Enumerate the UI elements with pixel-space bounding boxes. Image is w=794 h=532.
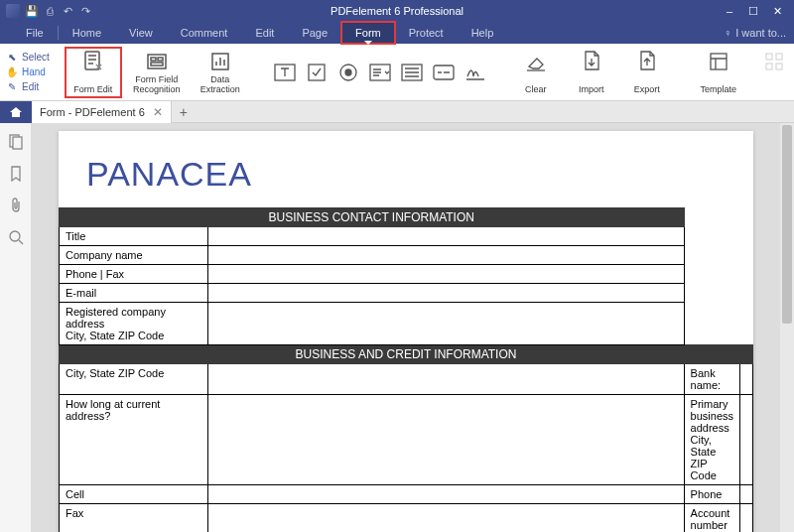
svg-rect-16: [766, 64, 772, 69]
combobox-tool[interactable]: [367, 60, 393, 85]
svg-rect-13: [711, 54, 727, 69]
svg-point-9: [345, 69, 351, 75]
svg-rect-7: [309, 65, 325, 80]
document-area[interactable]: PANACEA BUSINESS CONTACT INFORMATIONTitl…: [32, 123, 780, 532]
menu-comment[interactable]: Comment: [167, 22, 242, 44]
menu-help[interactable]: Help: [458, 22, 508, 44]
svg-rect-17: [776, 64, 782, 69]
signature-tool[interactable]: [463, 60, 488, 85]
thumbnails-icon[interactable]: [7, 133, 25, 151]
redo-icon[interactable]: ↷: [79, 5, 91, 17]
hand-tool[interactable]: ✋Hand: [6, 66, 50, 78]
form-field[interactable]: [208, 284, 685, 303]
menu-form[interactable]: Form: [341, 22, 395, 44]
template-icon: [707, 50, 730, 73]
template-button[interactable]: Template: [695, 48, 742, 97]
svg-rect-4: [151, 63, 163, 66]
form-edit-button[interactable]: Form Edit: [66, 48, 121, 97]
close-tab-button[interactable]: ✕: [153, 105, 163, 119]
import-button[interactable]: Import: [568, 48, 615, 97]
bulb-icon: ♀: [724, 27, 731, 39]
menubar: File Home View Comment Edit Page Form Pr…: [0, 22, 794, 44]
export-icon: [635, 50, 659, 73]
form-edit-icon: [81, 50, 105, 73]
form-field-recognition-button[interactable]: Form Field Recognition: [129, 48, 185, 97]
form-field[interactable]: [739, 504, 752, 533]
scroll-thumb[interactable]: [782, 125, 792, 324]
radio-tool[interactable]: [335, 60, 361, 85]
menu-view[interactable]: View: [115, 22, 167, 44]
app-title: PDFelement 6 Professional: [331, 5, 463, 17]
menu-edit[interactable]: Edit: [241, 22, 288, 44]
document-tab[interactable]: Form - PDFelement 6 ✕: [32, 101, 172, 123]
edit-tool[interactable]: ✎Edit: [6, 81, 50, 93]
form-recognition-icon: [145, 50, 169, 73]
form-field[interactable]: [208, 485, 685, 504]
maximize-button[interactable]: ☐: [742, 2, 764, 20]
checkbox-tool[interactable]: [304, 60, 330, 85]
svg-rect-1: [148, 55, 166, 68]
menu-home[interactable]: Home: [59, 22, 115, 44]
form-label: How long at current address?: [60, 395, 208, 485]
tabbar: Form - PDFelement 6 ✕ +: [0, 101, 794, 123]
form-field[interactable]: [208, 303, 685, 345]
menu-page[interactable]: Page: [288, 22, 341, 44]
svg-rect-19: [13, 137, 22, 149]
search-icon[interactable]: [7, 228, 25, 246]
form-field[interactable]: [739, 364, 752, 395]
form-label: Company name: [60, 246, 208, 265]
export-button[interactable]: Export: [623, 48, 671, 97]
add-tab-button[interactable]: +: [172, 104, 196, 120]
bookmarks-icon[interactable]: [7, 165, 25, 183]
data-extraction-button[interactable]: Data Extraction: [193, 48, 248, 97]
eraser-icon: [524, 50, 548, 73]
document-tab-label: Form - PDFelement 6: [40, 106, 145, 118]
table-row: Company name: [60, 246, 753, 265]
hand-icon: ✋: [6, 66, 18, 78]
menu-file[interactable]: File: [12, 22, 58, 44]
attachments-icon[interactable]: [7, 197, 25, 214]
form-field[interactable]: [739, 395, 752, 485]
svg-point-20: [10, 231, 20, 241]
cursor-icon: ⬉: [6, 52, 18, 64]
form-field[interactable]: [739, 485, 752, 504]
form-field[interactable]: [208, 227, 685, 246]
form-field[interactable]: [208, 504, 685, 533]
form-field[interactable]: [208, 265, 685, 284]
select-tool[interactable]: ⬉Select: [6, 52, 50, 64]
vertical-scrollbar[interactable]: [780, 123, 794, 532]
form-field[interactable]: [208, 395, 685, 485]
menu-protect[interactable]: Protect: [395, 22, 458, 44]
svg-rect-2: [151, 58, 156, 61]
more-tools-button[interactable]: [750, 48, 794, 97]
close-button[interactable]: ✕: [766, 2, 788, 20]
table-row: How long at current address?Primary busi…: [60, 395, 753, 485]
text-field-tool[interactable]: [272, 60, 298, 85]
undo-icon[interactable]: ↶: [62, 5, 73, 17]
section-header: BUSINESS AND CREDIT INFORMATION: [60, 345, 753, 364]
form-label: Phone | Fax: [60, 265, 208, 284]
listbox-tool[interactable]: [399, 60, 425, 85]
minimize-button[interactable]: –: [719, 2, 740, 20]
form-label: Bank name:: [684, 364, 739, 395]
svg-rect-3: [158, 58, 163, 61]
form-field[interactable]: [208, 246, 685, 265]
form-field[interactable]: [208, 364, 685, 395]
print-icon[interactable]: ⎙: [44, 5, 56, 17]
section-header: BUSINESS CONTACT INFORMATION: [60, 208, 685, 227]
i-want-to[interactable]: ♀ I want to...: [724, 22, 794, 44]
ribbon-left-tools: ⬉Select ✋Hand ✎Edit: [0, 44, 50, 100]
table-row: City, State ZIP CodeBank name:: [60, 364, 753, 395]
titlebar: 💾 ⎙ ↶ ↷ PDFelement 6 Professional – ☐ ✕: [0, 0, 794, 22]
form-table: BUSINESS CONTACT INFORMATIONTitleCompany…: [59, 207, 753, 532]
form-label: E-mail: [60, 284, 208, 303]
button-tool[interactable]: [431, 60, 457, 85]
form-label: Phone: [684, 485, 739, 504]
home-tab-button[interactable]: [0, 101, 32, 123]
table-row: E-mail: [60, 284, 753, 303]
form-label: Cell: [60, 485, 208, 504]
clear-button[interactable]: Clear: [512, 48, 560, 97]
workspace: PANACEA BUSINESS CONTACT INFORMATIONTitl…: [0, 123, 794, 532]
save-icon[interactable]: 💾: [26, 5, 38, 17]
form-label: Registered company address City, State Z…: [60, 303, 208, 345]
